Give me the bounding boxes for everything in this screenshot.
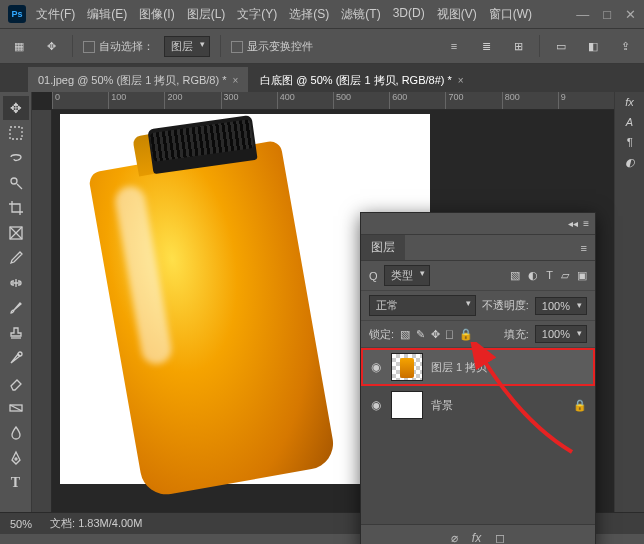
svg-point-4	[18, 352, 22, 356]
show-transform-checkbox[interactable]: 显示变换控件	[231, 39, 313, 54]
menu-window[interactable]: 窗口(W)	[489, 6, 532, 23]
layer-row-background[interactable]: ◉ 背景 🔒	[361, 386, 595, 424]
ruler-tick: 500	[333, 92, 389, 109]
show-transform-label: 显示变换控件	[247, 40, 313, 52]
lock-label: 锁定:	[369, 327, 394, 342]
ruler-tick: 700	[445, 92, 501, 109]
blur-tool[interactable]	[3, 421, 29, 445]
layers-list: ◉ 图层 1 拷贝 ◉ 背景 🔒	[361, 348, 595, 524]
share-icon[interactable]: ⇪	[614, 35, 636, 57]
layers-tab[interactable]: 图层	[361, 235, 405, 260]
opacity-input[interactable]: 100%	[535, 297, 587, 315]
visibility-icon[interactable]: ◉	[369, 398, 383, 412]
menu-view[interactable]: 视图(V)	[437, 6, 477, 23]
panel-menu-icon[interactable]: ≡	[581, 242, 587, 254]
filter-smart-icon[interactable]: ▣	[577, 269, 587, 282]
ruler-horizontal: 0 100 200 300 400 500 600 700 800 9	[52, 92, 614, 110]
history-brush-tool[interactable]	[3, 346, 29, 370]
healing-tool[interactable]	[3, 271, 29, 295]
align-icon[interactable]: ≡	[443, 35, 465, 57]
move-tool-icon[interactable]: ✥	[40, 35, 62, 57]
fx-icon[interactable]: fx	[625, 96, 634, 108]
ruler-tick: 300	[221, 92, 277, 109]
menu-layer[interactable]: 图层(L)	[187, 6, 226, 23]
ruler-tick: 400	[277, 92, 333, 109]
minimize-button[interactable]: —	[576, 7, 589, 22]
filter-pixel-icon[interactable]: ▧	[510, 269, 520, 282]
close-button[interactable]: ✕	[625, 7, 636, 22]
pen-tool[interactable]	[3, 446, 29, 470]
layer-row-copy[interactable]: ◉ 图层 1 拷贝	[361, 348, 595, 386]
filter-kind-select[interactable]: 类型	[384, 265, 430, 286]
home-icon[interactable]: ▦	[8, 35, 30, 57]
ruler-tick: 600	[389, 92, 445, 109]
lock-row: 锁定: ▧ ✎ ✥ ⎕ 🔒 填充: 100%	[361, 321, 595, 348]
bottle-image	[88, 140, 337, 499]
ruler-tick: 100	[108, 92, 164, 109]
filter-adjust-icon[interactable]: ◐	[528, 269, 538, 282]
svg-rect-0	[10, 127, 22, 139]
lock-trans-icon[interactable]: ▧	[400, 328, 410, 341]
ruler-tick: 800	[502, 92, 558, 109]
filter-type-icon[interactable]: T	[546, 269, 553, 282]
type-tool[interactable]: T	[3, 471, 29, 495]
mask-icon[interactable]: ◻	[495, 531, 505, 545]
fx-icon[interactable]: fx	[472, 531, 481, 545]
crop-tool[interactable]	[3, 196, 29, 220]
divider	[539, 35, 540, 57]
ruler-tick: 200	[164, 92, 220, 109]
blend-row: 正常 不透明度: 100%	[361, 291, 595, 321]
blend-mode-select[interactable]: 正常	[369, 295, 476, 316]
lock-all-icon[interactable]: 🔒	[459, 328, 473, 341]
eyedropper-tool[interactable]	[3, 246, 29, 270]
close-tab-icon[interactable]: ×	[232, 75, 238, 86]
doc-label: 文档:	[50, 517, 75, 529]
marquee-tool[interactable]	[3, 121, 29, 145]
menu-3d[interactable]: 3D(D)	[393, 6, 425, 23]
align-icon[interactable]: ⊞	[507, 35, 529, 57]
tab-whitebg[interactable]: 白底图 @ 50% (图层 1 拷贝, RGB/8#) *×	[250, 67, 473, 92]
menu-edit[interactable]: 编辑(E)	[87, 6, 127, 23]
fill-input[interactable]: 100%	[535, 325, 587, 343]
menu-file[interactable]: 文件(F)	[36, 6, 75, 23]
panel-header[interactable]: ◂◂ ≡	[361, 213, 595, 235]
align-icon[interactable]: ≣	[475, 35, 497, 57]
mode-icon[interactable]: ◧	[582, 35, 604, 57]
close-tab-icon[interactable]: ×	[458, 75, 464, 86]
paragraph-icon[interactable]: ¶	[627, 136, 633, 148]
filter-shape-icon[interactable]: ▱	[561, 269, 569, 282]
lasso-tool[interactable]	[3, 146, 29, 170]
arrange-icon[interactable]: ▭	[550, 35, 572, 57]
menu-select[interactable]: 选择(S)	[289, 6, 329, 23]
menu-type[interactable]: 文字(Y)	[237, 6, 277, 23]
auto-select-label: 自动选择：	[99, 40, 154, 52]
maximize-button[interactable]: □	[603, 7, 611, 22]
svg-point-6	[15, 458, 17, 460]
link-layers-icon[interactable]: ⌀	[451, 531, 458, 545]
move-tool[interactable]: ✥	[3, 96, 29, 120]
visibility-icon[interactable]: ◉	[369, 360, 383, 374]
layer-thumbnail[interactable]	[391, 391, 423, 419]
character-icon[interactable]: A	[626, 116, 633, 128]
layer-name[interactable]: 背景	[431, 398, 453, 413]
tab-01jpeg[interactable]: 01.jpeg @ 50% (图层 1 拷贝, RGB/8) *×	[28, 67, 248, 92]
menu-image[interactable]: 图像(I)	[139, 6, 174, 23]
svg-point-1	[11, 178, 17, 184]
brush-tool[interactable]	[3, 296, 29, 320]
eraser-tool[interactable]	[3, 371, 29, 395]
lock-pos-icon[interactable]: ✥	[431, 328, 440, 341]
stamp-tool[interactable]	[3, 321, 29, 345]
zoom-value[interactable]: 50%	[10, 518, 32, 530]
layer-thumbnail[interactable]	[391, 353, 423, 381]
menu-filter[interactable]: 滤镜(T)	[341, 6, 380, 23]
auto-select-target[interactable]: 图层	[164, 36, 210, 57]
auto-select-checkbox[interactable]: 自动选择：	[83, 39, 154, 54]
lock-image-icon[interactable]: ✎	[416, 328, 425, 341]
frame-tool[interactable]	[3, 221, 29, 245]
gradient-tool[interactable]	[3, 396, 29, 420]
layers-panel: ◂◂ ≡ 图层 ≡ Q 类型 ▧ ◐ T ▱ ▣ 正常 不透明度: 100% 锁…	[360, 212, 596, 544]
swatch-icon[interactable]: ◐	[625, 156, 635, 169]
lock-artboard-icon[interactable]: ⎕	[446, 328, 453, 340]
layer-name[interactable]: 图层 1 拷贝	[431, 360, 487, 375]
quick-select-tool[interactable]	[3, 171, 29, 195]
